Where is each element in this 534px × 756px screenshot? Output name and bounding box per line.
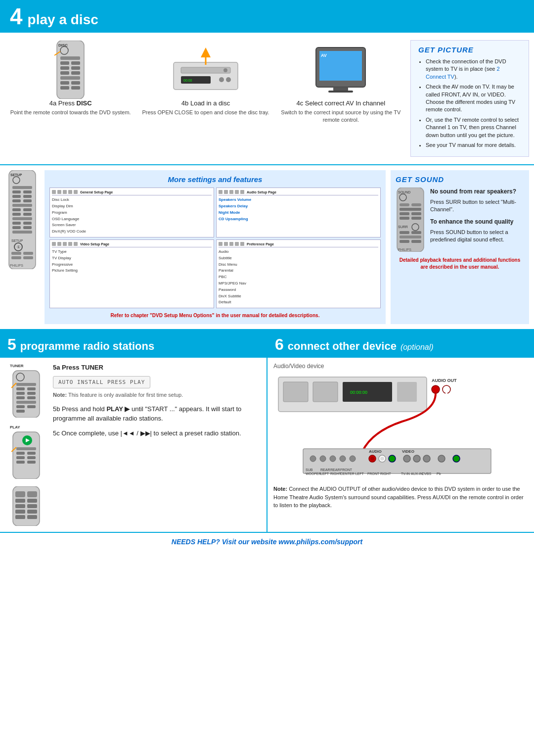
device-diagram-svg: 00:00:00 AUDIO OUT	[273, 372, 511, 481]
section5-title: programme radio stations	[20, 340, 154, 353]
svg-rect-55	[23, 252, 33, 255]
step4c-label: 4c Select correct AV In channel	[296, 99, 385, 107]
svg-rect-99	[16, 461, 25, 464]
get-picture-item: Or, use the TV remote control to select …	[426, 116, 521, 139]
svg-rect-40	[12, 204, 32, 207]
svg-point-125	[330, 456, 336, 462]
svg-text:REAR: REAR	[320, 468, 330, 472]
more-settings-note: Refer to chapter "DVD Setup Menu Options…	[49, 312, 381, 319]
svg-rect-96	[27, 452, 36, 455]
section5-header: 5 programme radio stations	[0, 331, 267, 358]
svg-rect-6	[60, 66, 69, 70]
step5a: 5a Press TUNER AUTO INSTALL PRESS PLAY N…	[53, 364, 259, 399]
svg-rect-65	[400, 212, 409, 215]
svg-rect-47	[23, 222, 32, 225]
svg-rect-56	[11, 256, 21, 259]
svg-rect-17	[181, 67, 230, 73]
more-settings-title: More settings and features	[49, 175, 381, 184]
svg-text:00:00: 00:00	[183, 79, 192, 82]
svg-text:FRONT: FRONT	[340, 468, 353, 472]
panel-preference: Preference Page AudioSubtitleDisc MenuPa…	[216, 239, 381, 308]
step4c-image: AV	[311, 40, 370, 99]
settings-remote-svg: SETUP SETUP ①	[7, 170, 37, 269]
svg-rect-42	[23, 208, 32, 211]
svg-rect-11	[60, 81, 69, 85]
sound-remote-svg: SOUND SURR PHILIPS	[396, 188, 425, 252]
svg-text:SURR: SURR	[398, 225, 408, 229]
svg-rect-95	[16, 452, 25, 455]
section5-number: 5	[7, 335, 16, 354]
svg-rect-74	[400, 240, 409, 243]
svg-point-23	[219, 77, 224, 82]
svg-rect-16	[174, 62, 238, 90]
get-sound-box: GET SOUND SOUND SURR P	[391, 170, 529, 324]
section4-title: play a disc	[28, 12, 98, 28]
svg-rect-80	[16, 387, 25, 390]
svg-rect-10	[60, 76, 80, 80]
svg-rect-50	[12, 231, 32, 234]
svg-rect-3	[60, 56, 80, 60]
step4c-block: AV 4c Select correct AV In channel Switc…	[275, 40, 406, 157]
more-settings-box: More settings and features General Setup…	[44, 170, 386, 324]
svg-text:PHILIPS: PHILIPS	[398, 248, 411, 251]
svg-point-151	[370, 457, 374, 461]
footer-text: NEEDS HELP? Visit our website www.philip…	[172, 538, 362, 546]
step4c-desc: Switch to the correct input source by us…	[275, 109, 406, 124]
settings-grid: General Setup Page Disc LockDisplay DimP…	[49, 188, 381, 308]
svg-text:AUDIO: AUDIO	[369, 449, 382, 454]
svg-rect-8	[60, 71, 69, 75]
svg-rect-100	[27, 461, 36, 464]
svg-rect-72	[411, 231, 421, 234]
svg-rect-79	[16, 383, 36, 386]
get-picture-title: GET PICTURE	[418, 46, 521, 54]
bottom-sections: 5 programme radio stations TUNER	[0, 330, 534, 532]
svg-point-130	[389, 455, 396, 462]
svg-point-131	[403, 455, 410, 462]
svg-rect-48	[12, 226, 21, 229]
svg-rect-97	[16, 456, 25, 459]
svg-text:PHILIPS: PHILIPS	[10, 264, 23, 267]
svg-rect-41	[12, 208, 21, 211]
svg-rect-109	[15, 510, 25, 514]
section5-body: TUNER	[0, 358, 267, 532]
svg-text:CVBS: CVBS	[422, 472, 431, 475]
svg-text:CENTER LEFT: CENTER LEFT	[340, 472, 364, 475]
svg-marker-19	[201, 47, 211, 57]
skip-remote-svg	[11, 486, 44, 526]
skip-remote-block	[7, 486, 47, 526]
step4b-label: 4b Load in a disc	[181, 99, 230, 107]
svg-rect-115	[313, 382, 338, 402]
svg-text:SETUP: SETUP	[10, 173, 22, 177]
get-sound-note: Detailed playback features and additiona…	[396, 257, 524, 271]
svg-rect-66	[411, 212, 421, 215]
section6-title: connect other device	[288, 340, 397, 353]
svg-rect-83	[27, 392, 36, 395]
section6-number: 6	[275, 335, 284, 354]
svg-rect-14	[71, 86, 80, 90]
svg-rect-9	[71, 71, 80, 75]
svg-text:WOOFER: WOOFER	[306, 472, 321, 475]
footer: NEEDS HELP? Visit our website www.philip…	[0, 532, 534, 551]
svg-text:①: ①	[17, 245, 20, 249]
tuner-label: TUNER	[10, 364, 24, 368]
svg-point-124	[320, 456, 326, 462]
section5: 5 programme radio stations TUNER	[0, 331, 267, 532]
svg-rect-81	[27, 387, 36, 390]
svg-text:AUX-IN: AUX-IN	[411, 472, 423, 475]
section4-body: DISC 4a Press DISC Point the remo	[0, 33, 534, 165]
svg-rect-89	[16, 410, 25, 413]
step5c: 5c Once complete, use |◄◄ / ▶▶| to selec…	[53, 428, 259, 438]
svg-rect-62	[400, 203, 409, 206]
section5-steps-text: 5a Press TUNER AUTO INSTALL PRESS PLAY N…	[53, 364, 259, 526]
svg-rect-43	[12, 213, 21, 216]
svg-rect-39	[23, 199, 32, 202]
svg-rect-68	[411, 217, 421, 220]
panel-general: General Setup Page Disc LockDisplay DimP…	[49, 188, 214, 237]
svg-rect-57	[23, 256, 33, 259]
svg-rect-67	[400, 217, 409, 220]
section5-remotes: TUNER	[7, 364, 47, 526]
svg-rect-111	[15, 515, 25, 519]
svg-rect-33	[12, 186, 32, 189]
svg-point-123	[310, 456, 316, 462]
svg-rect-0	[57, 41, 84, 99]
